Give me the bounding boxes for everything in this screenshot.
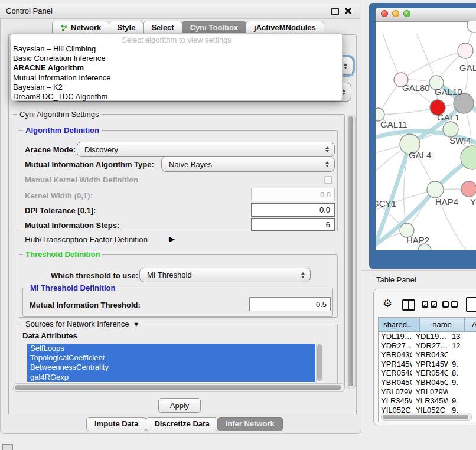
panel-divider (361, 270, 476, 271)
data-attributes-label: Data Attributes (22, 331, 77, 340)
dpi-tolerance-field[interactable]: 0.0 (251, 203, 335, 217)
deselect-all-columns-icon[interactable] (442, 301, 458, 308)
network-node[interactable] (458, 43, 473, 58)
table-row[interactable]: YDR27…YDR27…12 (379, 341, 476, 351)
table-cell: YDR27… (412, 341, 448, 351)
sources-hscrollbar[interactable] (13, 383, 345, 392)
list-scrollbar-thumb[interactable] (317, 344, 322, 381)
table-cell: YDL19… (412, 332, 448, 341)
manual-kernel-width-label: Manual Kernel Width Definition (25, 175, 138, 184)
table-cell: 9. (448, 396, 476, 406)
apply-button[interactable]: Apply (158, 398, 201, 413)
table-row[interactable]: YLR345WYLR345W9. (379, 396, 476, 406)
network-canvas[interactable]: GALGAL80GAL10GAL1GAL11SWI4GAL4HAP4YGCY1H… (376, 21, 476, 250)
algorithm-menu-item[interactable]: Bayesian – Hill Climbing (11, 44, 342, 54)
expand-arrow-icon[interactable]: ▶ (169, 234, 175, 243)
table-panel-title: Table Panel (376, 275, 416, 284)
select-all-columns-icon[interactable]: ✓✓ (422, 301, 437, 308)
algorithm-menu-item[interactable]: Basic Correlation Inference (11, 54, 342, 63)
table-row[interactable]: YDL19…YDL19…13 (379, 332, 476, 341)
combo-arrows-icon (344, 63, 347, 69)
close-traffic-light[interactable] (381, 10, 388, 17)
manual-kernel-width-checkbox[interactable] (324, 176, 332, 184)
table-cell: YPR145W (379, 360, 412, 369)
column-header[interactable]: A (465, 318, 476, 332)
table-cell (448, 387, 476, 397)
export-table-icon[interactable] (466, 297, 476, 312)
data-attribute-item[interactable]: BetweennessCentrality (27, 363, 315, 372)
settings-scrollbar[interactable] (347, 115, 356, 389)
aracne-mode-label: Aracne Mode: (25, 145, 76, 154)
table-rows: YDL19…YDL19…13YDR27…YDR27…12YBR043CYBR04… (379, 332, 476, 415)
network-node[interactable] (461, 181, 476, 197)
data-attribute-item[interactable]: gal4RGexp (27, 373, 315, 382)
data-attribute-item[interactable]: TopologicalCoefficient (27, 353, 315, 363)
zoom-traffic-light[interactable] (403, 10, 410, 17)
settings-scrollbar-thumb[interactable] (348, 116, 353, 386)
node-label: GAL4 (409, 150, 431, 160)
table-cell: YLR345W (379, 396, 412, 406)
algorithm-menu-item[interactable]: Mutual Information Inference (11, 73, 342, 83)
combo-arrows-icon (301, 272, 305, 278)
mi-steps-label: Mutual Information Steps: (25, 221, 119, 230)
table-row[interactable]: YBR045CYBR045C9. (379, 378, 476, 387)
network-edge (378, 107, 438, 115)
table-cell: YDL19… (379, 332, 412, 341)
cyni-bottom-tabbar: Impute DataDiscretize DataInfer Network (86, 417, 282, 431)
table-cell: YBR043C (412, 350, 448, 360)
algorithm-dropdown-popup: Select algorithm to view settings Bayesi… (11, 33, 343, 101)
table-cell: 9. (448, 378, 476, 387)
table-row[interactable]: YPR145WYPR145W9. (379, 360, 476, 369)
table-cell: YBL079W (379, 387, 412, 397)
node-label: Y (470, 197, 476, 207)
algorithm-menu-item[interactable]: Bayesian – K2 (11, 83, 342, 92)
column-header[interactable]: shared… (379, 318, 420, 332)
node-label: GAL10 (435, 87, 462, 97)
mi-algorithm-type-combobox[interactable]: Naive Bayes (161, 156, 335, 172)
network-edge (383, 33, 401, 80)
float-window-button[interactable] (331, 8, 339, 15)
node-label: HAP2 (406, 235, 429, 245)
aracne-mode-value: Discovery (84, 145, 118, 154)
tab-infer-network[interactable]: Infer Network (217, 417, 283, 431)
table-cell: YBR043C (379, 350, 412, 360)
table-row[interactable]: YBR043CYBR043C (379, 350, 476, 360)
aracne-mode-combobox[interactable]: Discovery (77, 142, 335, 157)
cyni-algorithm-settings-title: Cyni Algorithm Settings (17, 110, 101, 119)
which-threshold-value: MI Threshold (147, 270, 192, 279)
network-node[interactable] (427, 181, 444, 198)
table-header-row: shared…nameA (379, 318, 476, 332)
table-row[interactable]: YER054CYER054C8. (379, 369, 476, 378)
mi-threshold-field[interactable]: 0.5 (249, 297, 331, 311)
table-hscrollbar-thumb[interactable] (383, 415, 468, 419)
mi-threshold-definition-title: MI Threshold Definition (28, 283, 118, 292)
mi-steps-field[interactable]: 6 (251, 218, 335, 231)
algorithm-menu-item[interactable]: Dream8 DC_TDC Algorithm (11, 92, 342, 102)
tab-impute-data[interactable]: Impute Data (86, 417, 146, 431)
data-attributes-list[interactable]: SelfLoopsTopologicalCoefficientBetweenne… (27, 344, 322, 383)
close-icon[interactable] (344, 7, 351, 14)
column-layout-icon[interactable] (402, 299, 415, 311)
table-cell: YER054C (412, 369, 448, 378)
column-header[interactable]: name (420, 318, 465, 332)
node-label: GAL (459, 63, 476, 73)
window-corner-icon[interactable] (2, 444, 13, 450)
table-cell: 9. (448, 360, 476, 369)
algorithm-menu-item[interactable]: ARACNE Algorithm (11, 63, 342, 73)
table-cell: YLR345W (412, 396, 448, 406)
table-cell: 8. (448, 369, 476, 378)
data-attribute-item[interactable]: SelfLoops (27, 344, 315, 353)
table-cell (448, 350, 476, 360)
sources-hscrollbar-thumb[interactable] (15, 385, 341, 390)
network-node[interactable] (467, 21, 476, 32)
list-scrollbar[interactable] (316, 344, 322, 383)
gear-icon[interactable]: ⚙ (383, 298, 392, 309)
node-label: HAP4 (435, 197, 458, 207)
which-threshold-combobox[interactable]: MI Threshold (139, 268, 311, 282)
table-row[interactable]: YBL079WYBL079W (379, 387, 476, 397)
tab-discretize-data[interactable]: Discretize Data (146, 417, 217, 431)
table-hscrollbar[interactable] (381, 413, 472, 421)
collapse-arrow-icon[interactable]: ▼ (131, 321, 139, 328)
minimize-traffic-light[interactable] (392, 10, 399, 17)
kernel-width-field[interactable]: 0.0 (251, 188, 335, 201)
